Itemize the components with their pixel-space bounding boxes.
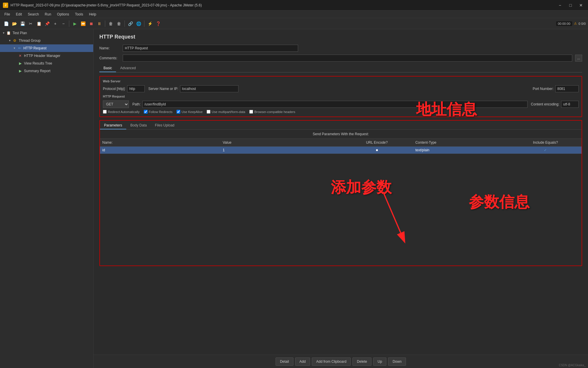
web-server-row: Protocol [http]: Server Name or IP: Port… <box>103 85 579 92</box>
params-tab-body-data[interactable]: Body Data <box>126 122 151 129</box>
table-row[interactable]: id 1 ■ text/plain ✓ <box>100 147 582 154</box>
tab-advanced[interactable]: Advanced <box>116 65 140 72</box>
test-plan-icon: 📋 <box>6 31 11 35</box>
path-input[interactable] <box>142 101 528 108</box>
server-input[interactable] <box>180 85 238 92</box>
up-button[interactable]: Up <box>373 357 386 366</box>
toolbar-help[interactable]: ❓ <box>154 20 162 27</box>
sidebar-item-test-plan[interactable]: ▼ 📋 Test Plan <box>0 29 93 37</box>
params-tab-parameters[interactable]: Parameters <box>100 122 126 129</box>
sidebar-label-view-results-tree: View Results Tree <box>24 61 52 65</box>
toolbar-collapse[interactable]: − <box>60 20 67 27</box>
method-select[interactable]: GET POST PUT DELETE HEAD OPTIONS PATCH <box>103 100 129 108</box>
sidebar-item-http-request[interactable]: ▼ ✏ HTTP Request <box>0 44 93 52</box>
toolbar-open[interactable]: 📂 <box>11 20 18 27</box>
sidebar-item-view-results-tree[interactable]: ▶ View Results Tree <box>0 60 93 67</box>
toolbar-remote[interactable]: 🔗 <box>127 20 134 27</box>
menu-run[interactable]: Run <box>42 11 54 18</box>
path-label: Path: <box>132 102 141 106</box>
spacer-1 <box>99 72 582 76</box>
toolbar-remote-all[interactable]: 🌐 <box>135 20 142 27</box>
col-header-contenttype: Content-Type <box>413 139 509 147</box>
col-header-value: Value <box>220 139 341 147</box>
toolbar-run-no-pause[interactable]: ⏩ <box>79 20 87 27</box>
urlencode-checkbox-icon: ■ <box>376 148 378 152</box>
tab-basic[interactable]: Basic <box>99 65 116 72</box>
toolbar-expand[interactable]: + <box>51 20 59 27</box>
sidebar-item-summary-report[interactable]: ▶ Summary Report <box>0 67 93 75</box>
panel-title: HTTP Request <box>99 34 582 40</box>
toolbar-shutdown[interactable]: ⏸ <box>96 20 103 27</box>
multipart-label: Use multipart/form-data <box>212 110 245 114</box>
toolbar-cut[interactable]: ✂ <box>27 20 34 27</box>
toolbar-clear-all[interactable]: 🗑 <box>115 20 123 27</box>
http-request-icon: ✏ <box>17 46 22 51</box>
detail-button[interactable]: Detail <box>276 357 293 366</box>
checkbox-browser-compat[interactable]: Browser-compatible headers <box>249 110 295 114</box>
sidebar-item-thread-group[interactable]: ▼ ⚙ Thread Group <box>0 37 93 44</box>
checkboxes-row: Redirect Automatically Follow Redirects … <box>103 110 579 114</box>
http-header-icon: ✕ <box>18 53 23 58</box>
minimize-button[interactable]: − <box>556 2 564 8</box>
sidebar-label-test-plan: Test Plan <box>13 31 27 35</box>
down-button[interactable]: Down <box>388 357 406 366</box>
add-button[interactable]: Add <box>295 357 310 366</box>
comments-row: Comments: ... <box>99 55 582 62</box>
encoding-input[interactable] <box>561 101 579 108</box>
server-group: Server Name or IP: <box>148 85 238 92</box>
port-label: Port Number: <box>533 87 554 91</box>
toolbar-stop[interactable]: ⏹ <box>87 20 95 27</box>
toolbar-clear[interactable]: 🗑 <box>107 20 115 27</box>
toolbar-separator-4 <box>144 20 144 27</box>
sidebar-label-thread-group: Thread Group <box>19 39 41 43</box>
browser-compat-checkbox[interactable] <box>249 110 253 114</box>
checkbox-multipart[interactable]: Use multipart/form-data <box>207 110 245 114</box>
close-button[interactable]: ✕ <box>577 2 585 8</box>
menu-edit[interactable]: Edit <box>13 11 25 18</box>
title-bar-text: HTTP Request_2023-07-09.jmx (D:\java\apa… <box>11 3 556 7</box>
toolbar: 📄 📂 💾 ✂ 📋 📌 + − ▶ ⏩ ⏹ ⏸ 🗑 🗑 🔗 🌐 ⚡ ❓ 00:0… <box>0 18 588 29</box>
checkbox-keepalive[interactable]: Use KeepAlive <box>177 110 203 114</box>
name-input[interactable] <box>123 45 298 52</box>
menu-file[interactable]: File <box>1 11 13 18</box>
title-bar: J HTTP Request_2023-07-09.jmx (D:\java\a… <box>0 0 588 11</box>
toolbar-copy[interactable]: 📋 <box>35 20 43 27</box>
menu-tools[interactable]: Tools <box>72 11 86 18</box>
checkbox-follow-redirects[interactable]: Follow Redirects <box>144 110 172 114</box>
redirect-auto-checkbox[interactable] <box>103 110 107 114</box>
window-controls: − □ ✕ <box>556 2 585 8</box>
tree-arrow-test-plan: ▼ <box>2 32 5 34</box>
multipart-checkbox[interactable] <box>207 110 210 114</box>
include-checkbox-icon: ✓ <box>544 148 547 152</box>
port-input[interactable] <box>555 85 579 92</box>
follow-redirects-checkbox[interactable] <box>144 110 148 114</box>
thread-group-icon: ⚙ <box>13 38 17 43</box>
maximize-button[interactable]: □ <box>566 2 575 8</box>
menu-search[interactable]: Search <box>25 11 42 18</box>
toolbar-functions[interactable]: ⚡ <box>146 20 154 27</box>
counter-display: 0 0/0 <box>579 22 586 25</box>
params-tab-files-upload[interactable]: Files Upload <box>151 122 179 129</box>
add-from-clipboard-button[interactable]: Add from Clipboard <box>312 357 351 366</box>
server-label: Server Name or IP: <box>148 87 178 91</box>
toolbar-paste[interactable]: 📌 <box>43 20 51 27</box>
protocol-label: Protocol [http]: <box>103 87 125 91</box>
follow-redirects-label: Follow Redirects <box>149 110 172 114</box>
comments-label: Comments: <box>99 56 120 60</box>
ellipsis-button[interactable]: ... <box>575 55 582 62</box>
menu-options[interactable]: Options <box>54 11 72 18</box>
protocol-input[interactable] <box>127 85 145 92</box>
toolbar-status: 00:00:00 ⚠ 0 0/0 <box>556 21 586 26</box>
redirect-auto-label: Redirect Automatically <box>108 110 140 114</box>
toolbar-run[interactable]: ▶ <box>71 20 79 27</box>
http-request-sub-title: HTTP Request <box>103 95 579 98</box>
comments-input[interactable] <box>123 55 572 62</box>
col-header-name: Name: <box>100 139 220 147</box>
keepalive-checkbox[interactable] <box>177 110 180 114</box>
toolbar-save[interactable]: 💾 <box>19 20 26 27</box>
checkbox-redirect-auto[interactable]: Redirect Automatically <box>103 110 140 114</box>
sidebar-item-http-header-manager[interactable]: ✕ HTTP Header Manager <box>0 52 93 60</box>
delete-button[interactable]: Delete <box>352 357 371 366</box>
menu-help[interactable]: Help <box>86 11 99 18</box>
toolbar-new[interactable]: 📄 <box>2 20 10 27</box>
